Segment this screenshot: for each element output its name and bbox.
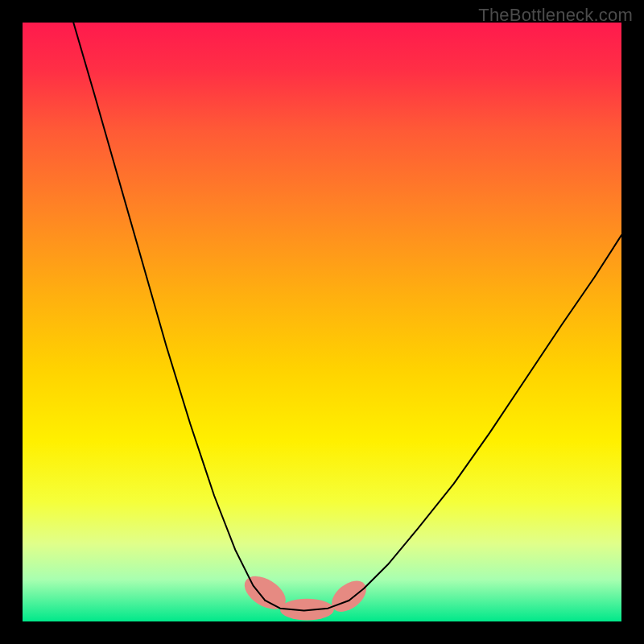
chart-canvas [23, 23, 621, 621]
outer-frame: TheBottleneck.com [0, 0, 644, 644]
watermark-text: TheBottleneck.com [478, 5, 633, 26]
gradient-background [23, 23, 621, 621]
plot-area [23, 23, 621, 621]
